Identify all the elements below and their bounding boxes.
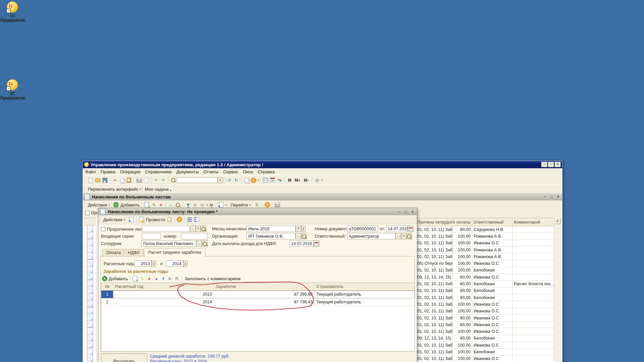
list-row-status[interactable] bbox=[84, 307, 96, 314]
sort-asc-icon[interactable]: А↓ bbox=[167, 276, 173, 282]
continuation-input[interactable] bbox=[142, 226, 190, 232]
list-row-status[interactable] bbox=[84, 335, 96, 341]
list-row[interactable]: 01, 02, 10, 11) Забо... 100,00 Иванова О… bbox=[416, 342, 554, 349]
open-icon[interactable] bbox=[95, 177, 101, 183]
add-icon[interactable]: + bbox=[113, 202, 119, 208]
col-header-num[interactable]: № bbox=[101, 283, 113, 290]
earnings-move-down-icon[interactable]: ▼ bbox=[160, 276, 166, 282]
employee-select-button[interactable]: … bbox=[196, 240, 202, 247]
col-header-insurer[interactable]: Страхователь bbox=[315, 283, 415, 290]
print-preview-icon[interactable] bbox=[143, 177, 149, 183]
month-dropdown-button[interactable]: ▾ bbox=[296, 226, 301, 232]
employee-input[interactable]: Попок Василий Павлович bbox=[142, 240, 196, 247]
list-actions-menu[interactable]: Действия bbox=[88, 202, 107, 207]
list-settings-icon[interactable] bbox=[186, 217, 193, 223]
info-icon[interactable]: i bbox=[250, 177, 257, 183]
col-header-cause[interactable]: Причина нетрудосп... bbox=[416, 218, 453, 226]
calculate-accruals-button[interactable]: Рассчитать начисления bbox=[101, 353, 147, 362]
list-row-status[interactable] bbox=[84, 226, 96, 232]
desktop-shortcut-1c-2[interactable]: 1с ↗ 1С Предприятие bbox=[0, 79, 31, 100]
col-header-comment[interactable]: Комментарий bbox=[513, 218, 554, 226]
responsible-clear-icon[interactable]: × bbox=[401, 233, 406, 239]
memory-m-button[interactable]: M bbox=[286, 177, 293, 183]
list-row-status[interactable] bbox=[84, 253, 96, 259]
list-row-status[interactable] bbox=[84, 355, 96, 362]
menu-item[interactable]: Документы bbox=[174, 169, 201, 175]
list-row[interactable]: 01, 02, 10, 11) Забо... 100,00 Белобокая bbox=[416, 349, 554, 355]
list-row[interactable]: 01, 02, 10, 11) Забо... 60,00 Белобокая … bbox=[416, 281, 554, 287]
list-row-status[interactable] bbox=[84, 259, 96, 266]
list-print-icon[interactable] bbox=[274, 202, 280, 208]
list-row-status[interactable] bbox=[84, 294, 96, 300]
dialog-actions-menu[interactable]: Действия bbox=[103, 217, 122, 222]
list-row-status[interactable] bbox=[84, 280, 96, 287]
list-row-status[interactable] bbox=[84, 273, 96, 280]
quick-search-input[interactable] bbox=[177, 177, 218, 183]
continuation-select-button[interactable]: … bbox=[190, 226, 196, 232]
list-row-status[interactable] bbox=[84, 348, 96, 355]
dialog-maximize-button[interactable]: □ bbox=[403, 209, 409, 214]
list-row[interactable]: 01, 02, 10, 11) Забо... 80,00 Сидоренко … bbox=[416, 226, 554, 233]
org-open-icon[interactable] bbox=[301, 233, 307, 239]
list-row-status[interactable] bbox=[84, 300, 96, 307]
tab-ndfl[interactable]: НДФЛ bbox=[123, 249, 144, 256]
list-restore-button[interactable]: □ bbox=[549, 194, 554, 199]
scroll-up-icon[interactable]: ▲ bbox=[554, 218, 560, 224]
undo-icon[interactable]: ↶ bbox=[153, 177, 159, 183]
main-title-bar[interactable]: Управление производственным предприятием… bbox=[83, 161, 562, 168]
list-row[interactable]: 01, 02, 10, 11) Забо... 100,00 Романова … bbox=[416, 253, 554, 260]
earnings-add-icon[interactable]: + bbox=[101, 276, 108, 282]
continuation-checkbox[interactable] bbox=[101, 227, 105, 231]
find-by-number-icon[interactable] bbox=[175, 202, 181, 208]
employee-open-icon[interactable] bbox=[202, 240, 208, 247]
org-select-button[interactable]: … bbox=[296, 233, 301, 239]
service-settings-icon[interactable]: ⚙ bbox=[314, 177, 320, 183]
menu-item[interactable]: Операции bbox=[118, 169, 143, 175]
menu-item[interactable]: Сервис bbox=[221, 169, 240, 175]
tab-oplata[interactable]: Оплата bbox=[102, 249, 125, 256]
cell-num[interactable]: 2 bbox=[101, 298, 113, 306]
menu-item[interactable]: Справочники bbox=[143, 169, 174, 175]
responsible-open-icon[interactable] bbox=[406, 233, 412, 239]
cell-insurer[interactable]: Текущий работодатель bbox=[315, 291, 415, 298]
paste-icon[interactable] bbox=[126, 177, 132, 183]
paydate-calendar-icon[interactable] bbox=[314, 240, 319, 247]
list-row[interactable]: 01, 02, 10, 11) Забо... 100,00 Иванова О… bbox=[416, 356, 554, 362]
earnings-row[interactable]: 1 2013 87 295,68 Текущий работодатель bbox=[101, 291, 415, 298]
post-and-close-icon[interactable] bbox=[128, 217, 135, 223]
series-input[interactable] bbox=[142, 233, 161, 239]
continuation-open-icon[interactable] bbox=[201, 226, 206, 232]
responsible-input[interactable]: Администратор bbox=[347, 233, 395, 239]
desktop-shortcut-1c-1[interactable]: 1с ↗ 1С Предприятие bbox=[0, 1, 31, 22]
add-button[interactable]: Добавить bbox=[120, 202, 140, 207]
add-copy-icon[interactable] bbox=[144, 202, 150, 208]
list-row[interactable]: 01, 02, 10, 11) Забо... 100,00 Романова … bbox=[416, 247, 554, 253]
col-header-amount[interactable]: Заработок bbox=[214, 283, 315, 290]
list-row[interactable]: 01, 02, 10, 11) Забо... 100,00 Иванова О… bbox=[416, 240, 554, 247]
col-header-year[interactable]: Расчетный год bbox=[113, 283, 214, 290]
year1-spinner[interactable]: ▲▼ bbox=[152, 260, 156, 267]
redo-icon[interactable]: ↷ bbox=[160, 177, 166, 183]
year2-input[interactable]: 2014 bbox=[166, 260, 183, 267]
month-spinner[interactable]: ▲▼ bbox=[301, 226, 306, 232]
month-input[interactable]: Июль 2015 bbox=[247, 226, 296, 232]
year2-spinner[interactable]: ▲▼ bbox=[183, 260, 187, 267]
list-row-status[interactable] bbox=[84, 314, 96, 321]
nav-forward-icon[interactable]: ↻ bbox=[233, 177, 239, 183]
list-row[interactable]: 01, 02, 10, 11) Забо... 80,00 Иванова О.… bbox=[416, 315, 554, 321]
list-close-button[interactable]: × bbox=[555, 194, 561, 199]
delete-icon[interactable]: × bbox=[158, 202, 164, 208]
switch-interface-button[interactable]: Переключить интерфейс bbox=[88, 187, 139, 192]
col-header-resp[interactable]: Ответственный bbox=[472, 218, 513, 226]
list-minimize-button[interactable]: – bbox=[542, 194, 547, 199]
filter-history-icon[interactable] bbox=[199, 202, 205, 208]
cell-amount[interactable]: 87 736,43 bbox=[214, 298, 315, 306]
copy-icon[interactable] bbox=[119, 177, 125, 183]
fill-with-comment-button[interactable]: Заполнить с комментарием bbox=[184, 276, 240, 281]
list-row-status[interactable] bbox=[84, 232, 96, 239]
list-row[interactable]: 01, 02, 10, 11) Забо... 100,00 Иванова О… bbox=[416, 308, 554, 315]
number-input[interactable] bbox=[181, 233, 208, 239]
info-caret-icon[interactable]: ▾ bbox=[258, 179, 259, 182]
list-row-status[interactable] bbox=[84, 239, 96, 246]
col-header-pct[interactable]: % оплаты bbox=[453, 218, 472, 226]
